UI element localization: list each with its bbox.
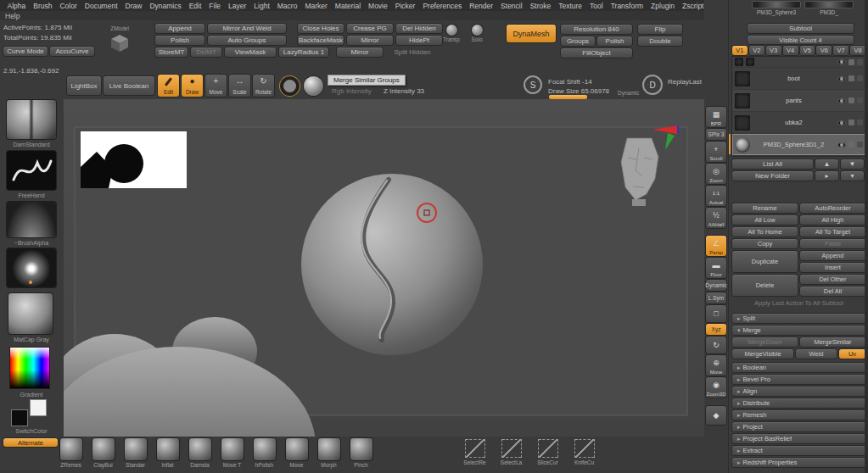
brush-item[interactable]: Standar: [124, 438, 147, 468]
subtool-item[interactable]: pants: [732, 90, 865, 112]
polypaint-icon[interactable]: [848, 142, 854, 147]
all-low-button[interactable]: All Low: [732, 215, 798, 225]
actual-button[interactable]: 1:1Actual: [706, 186, 726, 206]
menu-item[interactable]: Brush: [30, 2, 56, 10]
draw-mode-button[interactable]: ● Draw: [182, 75, 203, 97]
subpalette-section-header[interactable]: ▸Bevel Pro: [732, 375, 865, 384]
matcap-thumbnail[interactable]: [8, 293, 53, 334]
visibility-set-button[interactable]: V4: [783, 46, 798, 55]
list-all-button[interactable]: List All: [732, 159, 813, 169]
menu-item[interactable]: Dynamics: [146, 2, 185, 10]
material-sphere-icon[interactable]: [304, 76, 323, 96]
menu-item[interactable]: Draw: [121, 2, 146, 10]
menu-item[interactable]: Layer: [225, 2, 250, 10]
geometry-button[interactable]: Close Holes: [298, 24, 344, 33]
visibility-eye-icon[interactable]: [837, 76, 846, 81]
menu-item[interactable]: Alpha: [3, 2, 30, 10]
current-alpha-thumbnail[interactable]: [7, 202, 56, 237]
rename-button[interactable]: Rename: [732, 203, 798, 213]
flip-button[interactable]: Flip: [638, 25, 682, 34]
brush-item[interactable]: hPolish: [253, 438, 276, 468]
brush-item[interactable]: Inflat: [156, 438, 179, 468]
folder-right-button[interactable]: ▸: [815, 171, 838, 181]
panel-scrollbar[interactable]: [865, 0, 868, 473]
menu-item[interactable]: Tool: [586, 2, 608, 10]
geometry-button[interactable]: Append: [155, 24, 204, 33]
insert-button[interactable]: Insert: [800, 263, 865, 272]
split-section-header[interactable]: ▸Split: [732, 314, 865, 323]
fillobject-button[interactable]: FillObject: [561, 48, 632, 58]
uv-icon[interactable]: [857, 75, 863, 81]
visibility-set-button[interactable]: V2: [749, 46, 764, 55]
polypaint-icon[interactable]: [848, 59, 854, 65]
visibility-set-button[interactable]: V3: [766, 46, 781, 55]
geometry-button[interactable]: Auto Groups: [208, 36, 286, 45]
geometry-button[interactable]: LazyRadius 1: [279, 47, 328, 57]
live-boolean-button[interactable]: Live Boolean: [104, 76, 154, 95]
menu-item[interactable]: Color: [56, 2, 81, 10]
groups-toggle[interactable]: Groups: [561, 36, 595, 46]
geometry-button[interactable]: Mirror And Weld: [208, 24, 286, 33]
menu-item[interactable]: Transform: [607, 2, 647, 10]
menu-item[interactable]: Picker: [391, 2, 419, 10]
merge-section-header[interactable]: ▾Merge: [732, 326, 865, 335]
uv-toggle[interactable]: Uv: [839, 349, 865, 359]
spix-slider[interactable]: SPix 3: [706, 129, 726, 140]
merge-down-button[interactable]: MergeDown: [732, 337, 798, 347]
menu-item[interactable]: Light: [250, 2, 273, 10]
stencil-button[interactable]: S: [524, 75, 542, 94]
geometry-button[interactable]: Split Hidden: [386, 47, 439, 57]
bpr-button[interactable]: ▦BPR: [706, 107, 726, 127]
current-brush-thumbnail[interactable]: [7, 100, 56, 139]
menu-item[interactable]: Preferences: [419, 2, 466, 10]
double-toggle[interactable]: Double: [638, 36, 682, 46]
visibility-eye-icon[interactable]: [837, 98, 846, 103]
menu-item[interactable]: Render: [466, 2, 497, 10]
visibility-set-button[interactable]: V6: [816, 46, 832, 55]
current-tool-slot[interactable]: PM3D_Sphere3: [752, 1, 801, 17]
brush-item[interactable]: Move T: [221, 438, 244, 468]
geometry-button[interactable]: Mirror: [347, 36, 393, 45]
menu-item[interactable]: Zscript: [678, 2, 708, 10]
delete-button[interactable]: Delete: [732, 275, 798, 296]
move-mode-button[interactable]: + Move: [205, 75, 227, 97]
previous-tool-slot[interactable]: PM3D_: [804, 1, 854, 17]
del-all-button[interactable]: Del All: [800, 287, 865, 296]
switch-color-widget[interactable]: [12, 400, 46, 426]
aahalf-button[interactable]: ½AAHalf: [706, 208, 726, 228]
all-high-button[interactable]: All High: [800, 215, 865, 225]
move-down-button[interactable]: ▼: [841, 159, 864, 169]
visibility-set-button[interactable]: V1: [732, 46, 748, 55]
new-folder-button[interactable]: New Folder: [732, 171, 813, 181]
menu-item[interactable]: Texture: [555, 2, 586, 10]
brush-item[interactable]: Move: [285, 438, 308, 468]
duplicate-button[interactable]: Duplicate: [732, 251, 798, 272]
visibility-eye-icon[interactable]: [837, 59, 846, 64]
brush-item[interactable]: ZRemes: [59, 438, 82, 468]
weld-toggle[interactable]: Weld: [796, 349, 837, 359]
visibility-set-button[interactable]: V7: [833, 46, 848, 55]
geometry-button[interactable]: DelMT: [191, 47, 221, 57]
all-to-home-button[interactable]: All To Home: [732, 227, 798, 236]
secondary-color-swatch[interactable]: [31, 400, 46, 415]
visibility-eye-icon[interactable]: [837, 142, 846, 147]
geometry-button[interactable]: StoreMT: [155, 47, 188, 57]
solo-toggle[interactable]: Solo: [466, 25, 488, 42]
menu-item[interactable]: Stroke: [526, 2, 555, 10]
zmodeler-cube-icon[interactable]: [109, 34, 130, 54]
geometry-button[interactable]: Crease PG: [347, 24, 393, 33]
current-stroke-thumbnail[interactable]: [7, 151, 56, 190]
polypaint-icon[interactable]: [848, 75, 854, 81]
geometry-button[interactable]: Polish: [155, 36, 204, 45]
rotate-mode-button[interactable]: ↻ Rotate: [253, 75, 274, 97]
brush-ring-icon[interactable]: [280, 76, 300, 96]
subtool-header[interactable]: Subtool: [748, 24, 854, 33]
subpalette-section-header[interactable]: ▸Remesh: [732, 410, 865, 420]
menu-item[interactable]: File: [205, 2, 225, 10]
menu-item[interactable]: Marker: [301, 2, 331, 10]
accucurve-button[interactable]: AccuCurve: [50, 47, 94, 56]
uv-icon[interactable]: [857, 97, 863, 103]
draw-size-slider[interactable]: Draw Size 65.06978: [548, 87, 609, 95]
geometry-button[interactable]: HidePt: [396, 36, 442, 45]
z-intensity-slider[interactable]: Z Intensity 33: [384, 87, 424, 95]
